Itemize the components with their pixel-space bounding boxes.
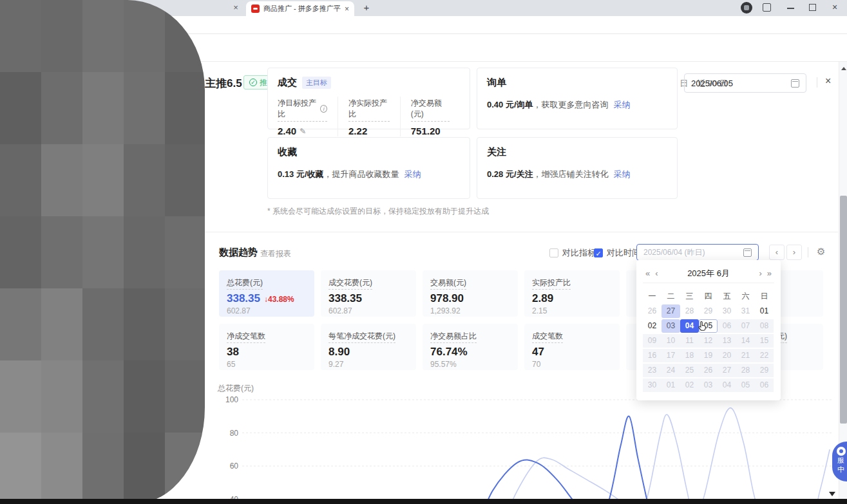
customer-service-widget[interactable]: 服 中 <box>832 442 847 481</box>
view-report-link[interactable]: 查看报表 <box>260 248 291 259</box>
compare-time-control[interactable]: ✓ 对比时间 <box>594 247 640 259</box>
calendar-next-month-icon[interactable]: › <box>756 268 764 278</box>
calendar-weekday: 三 <box>680 288 699 304</box>
metric-tile[interactable]: 净交易额占比76.74%95.57% <box>423 324 518 370</box>
info-icon[interactable]: i <box>320 105 327 113</box>
calendar-day-20: 20 <box>718 349 736 362</box>
metric-tile-value: 338.35 <box>328 292 362 305</box>
deal-metric: 净实际投产比2.22 <box>338 97 400 136</box>
metric-tile-value: 38 <box>227 346 239 359</box>
metric-tile[interactable]: 净成交笔数3865 <box>219 324 314 370</box>
calendar-day-02[interactable]: 02 <box>643 319 661 333</box>
favorite-desc: ，提升商品收藏数量 <box>324 169 399 179</box>
metric-tile-label: 每笔净成交花费(元) <box>328 331 395 343</box>
new-tab-button[interactable]: + <box>361 2 372 14</box>
calendar-day-09: 09 <box>643 334 661 348</box>
calendar-day-01: 01 <box>661 378 680 392</box>
metric-tile[interactable]: 成交花费(元)338.35602.87 <box>321 270 416 317</box>
calendar-day-01[interactable]: 01 <box>755 304 774 318</box>
metric-tile-label: 净成交笔数 <box>227 331 265 343</box>
profile-avatar[interactable] <box>741 2 752 14</box>
goal-card-favorite: 收藏 0.13 元/收藏，提升商品收藏数量采纳 <box>267 137 470 199</box>
scroll-down-icon[interactable] <box>829 492 835 496</box>
inquiry-adopt-link[interactable]: 采纳 <box>614 100 631 109</box>
mosaic-cell <box>124 360 165 433</box>
calendar-day-29[interactable]: 29 <box>699 304 718 318</box>
trend-section-title: 数据趋势 <box>219 247 258 259</box>
calendar-weekday: 六 <box>736 288 755 304</box>
window-maximize-button[interactable] <box>809 4 816 11</box>
metric-tile[interactable]: 每笔净成交花费(元)8.909.27 <box>321 324 416 370</box>
compare-metric-control[interactable]: 对比指标 <box>549 247 596 259</box>
tab-close-icon[interactable]: × <box>345 5 349 14</box>
compare-date-next-button[interactable]: › <box>786 245 802 260</box>
chart-line-today <box>475 416 655 504</box>
chart-y-axis-label: 总花费(元) <box>217 384 254 393</box>
window-close-button[interactable]: × <box>832 2 837 12</box>
calendar-prev-month-icon[interactable]: ‹ <box>652 268 660 278</box>
mosaic-cell <box>165 216 205 288</box>
drawer-close-icon[interactable]: × <box>825 75 831 87</box>
tab-preview-icon[interactable] <box>763 3 771 12</box>
follow-adopt-link[interactable]: 采纳 <box>614 169 631 179</box>
calendar-prev-year-icon[interactable]: « <box>643 268 652 278</box>
date-picker-input[interactable]: 2025/06/05 <box>684 73 806 93</box>
metric-tile[interactable]: 交易额(元)978.901,293.92 <box>423 270 518 317</box>
service-headset-icon <box>837 447 846 456</box>
calendar-day-28[interactable]: 28 <box>680 304 699 318</box>
calendar-day-27: 27 <box>718 364 736 377</box>
metric-tile-value-row: 8.90 <box>328 346 408 359</box>
calendar-day-05: 05 <box>736 378 755 392</box>
calendar-day-31[interactable]: 31 <box>736 304 755 318</box>
calendar-day-11: 11 <box>680 334 699 348</box>
calendar-day-08: 08 <box>755 319 774 333</box>
mosaic-cell <box>82 216 124 288</box>
compare-date-prev-button[interactable]: ‹ <box>769 245 785 260</box>
metric-tile-value: 47 <box>532 346 544 359</box>
calendar-weekday: 四 <box>699 288 718 304</box>
metric-tile-compare-value: 2.15 <box>532 306 612 315</box>
calendar-day-12: 12 <box>699 334 718 348</box>
favorite-adopt-link[interactable]: 采纳 <box>404 169 421 179</box>
mosaic-cell <box>165 144 205 216</box>
goal-card-deal: 成交 主目标 净目标投产比i2.40✎净实际投产比2.22净交易额(元)751.… <box>267 68 470 129</box>
deal-metric-label: 净目标投产比i <box>278 98 327 122</box>
compare-date-input[interactable]: 2025/06/04 (昨日) <box>636 244 759 261</box>
mosaic-cell <box>41 433 82 504</box>
follow-desc: ，增强店铺关注转化 <box>533 169 609 179</box>
metric-tile[interactable]: 总花费(元)338.35↓43.88%602.87 <box>219 270 314 317</box>
mosaic-cell <box>82 144 124 216</box>
metric-tile-value: 8.90 <box>328 346 350 359</box>
calendar-day-06: 06 <box>755 378 774 392</box>
metric-tile-compare-value: 602.87 <box>328 306 408 315</box>
calendar-day-29: 29 <box>755 364 774 377</box>
previous-tab-close-icon[interactable]: × <box>231 3 241 13</box>
metric-tile-label: 成交笔数 <box>532 331 563 343</box>
calendar-next-year-icon[interactable]: » <box>765 268 774 278</box>
pinduoduo-favicon-icon <box>251 5 260 13</box>
calendar-day-03[interactable]: 03 <box>661 319 680 333</box>
compare-time-checkbox[interactable]: ✓ <box>594 248 603 257</box>
calendar-day-30[interactable]: 30 <box>718 304 736 318</box>
active-tab[interactable]: 商品推广 - 拼多多推广平台 × <box>246 1 354 16</box>
scrollbar-thumb[interactable] <box>840 196 847 424</box>
calendar-day-27[interactable]: 27 <box>661 304 680 318</box>
calendar-day-04[interactable]: 04 <box>680 319 699 333</box>
mosaic-cell <box>165 360 205 433</box>
window-minimize-button[interactable] <box>787 8 794 9</box>
page-scrollbar[interactable] <box>839 62 847 499</box>
calendar-weekday: 日 <box>755 288 774 304</box>
mosaic-cell <box>165 433 205 504</box>
metric-tile-compare-value: 65 <box>227 360 307 369</box>
deal-metric-label: 净交易额(元) <box>411 98 450 122</box>
scroll-up-icon[interactable] <box>841 67 846 70</box>
calendar-popup: « ‹ 2025年 6月 › » 一二三四五六日2627282930310102… <box>636 260 781 400</box>
calendar-day-26[interactable]: 26 <box>643 304 661 318</box>
metric-tile[interactable]: 实际投产比2.892.15 <box>524 270 620 317</box>
calendar-weekday: 二 <box>661 288 680 304</box>
compare-metric-checkbox[interactable] <box>549 248 558 257</box>
edit-pencil-icon[interactable]: ✎ <box>300 127 306 136</box>
gear-icon[interactable]: ⚙ <box>817 246 825 257</box>
metric-tile[interactable]: 成交笔数4770 <box>524 324 620 370</box>
compare-metric-label: 对比指标 <box>562 247 596 259</box>
